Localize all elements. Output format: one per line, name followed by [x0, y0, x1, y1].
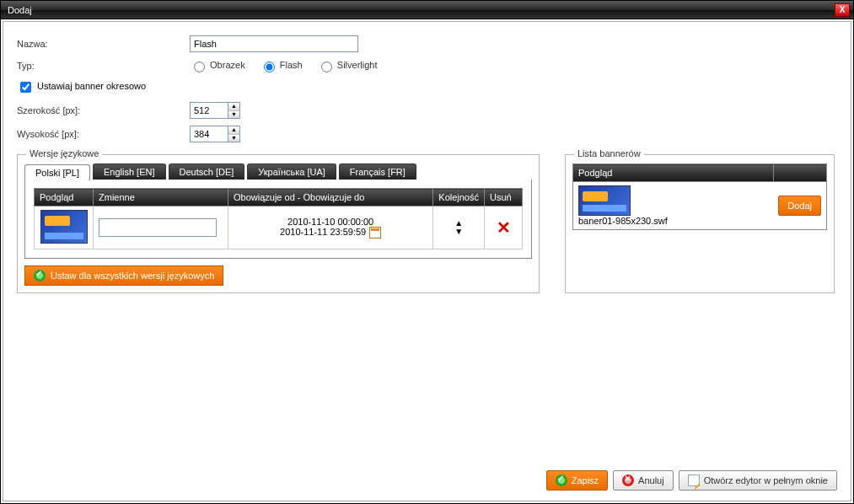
order-down-icon[interactable]: ▼ [438, 228, 479, 236]
tab-de[interactable]: Deutsch [DE] [169, 164, 245, 180]
tab-pl[interactable]: Polski [PL] [24, 164, 90, 180]
banner-list-legend: Lista bannerów [574, 148, 644, 158]
chevron-up-icon[interactable]: ▲ [228, 103, 239, 111]
variables-input[interactable] [99, 218, 217, 237]
lang-tabs: Polski [PL] English [EN] Deutsch [DE] Ук… [24, 164, 532, 180]
tab-fr[interactable]: Français [FR] [339, 164, 416, 180]
banner-thumbnail[interactable] [578, 185, 631, 216]
check-icon [34, 270, 46, 281]
width-input[interactable] [191, 103, 228, 118]
radio-image[interactable]: Obrazek [190, 60, 245, 70]
width-stepper[interactable]: ▲▼ [190, 102, 240, 119]
periodic-checkbox[interactable]: Ustawiaj banner okresowo [17, 79, 146, 95]
add-banner-button[interactable]: Dodaj [778, 196, 821, 216]
lang-versions-legend: Wersje językowe [26, 148, 102, 158]
radio-silverlight[interactable]: Silverlight [317, 60, 378, 70]
banner-thumbnail[interactable] [40, 210, 88, 244]
calendar-icon[interactable] [369, 227, 381, 239]
lang-versions-fieldset: Wersje językowe Polski [PL] English [EN]… [17, 154, 540, 293]
lang-grid: Podgląd Zmienne Obowiązuje od - Obowiązu… [34, 188, 523, 249]
row-height: Wysokość [px]: ▲▼ [17, 126, 837, 142]
delete-icon[interactable]: ✕ [497, 218, 511, 237]
row-width: Szerokość [px]: ▲▼ [17, 102, 837, 119]
col-delete: Usuń [485, 189, 523, 206]
banner-filename: baner01-985x230.swf [578, 216, 768, 226]
edit-icon [688, 475, 700, 486]
row-name: Nazwa: [17, 35, 837, 52]
chevron-up-icon[interactable]: ▲ [228, 126, 239, 135]
col-preview: Podgląd [35, 189, 94, 206]
validity-cell[interactable]: 2010-11-10 00:00:00 2010-11-11 23:59:59 [228, 206, 433, 249]
table-row: 2010-11-10 00:00:00 2010-11-11 23:59:59 … [35, 206, 523, 249]
banner-list-grid: Podgląd baner01-985x230.swf Dodaj [572, 164, 827, 230]
cancel-icon [622, 475, 634, 486]
chevron-down-icon[interactable]: ▼ [228, 135, 239, 142]
open-editor-button[interactable]: Otwórz edytor w pełnym oknie [679, 470, 837, 491]
height-stepper[interactable]: ▲▼ [190, 126, 240, 142]
cancel-button[interactable]: Anuluj [613, 470, 674, 491]
table-row: baner01-985x230.swf Dodaj [573, 182, 827, 230]
width-label: Szerokość [px]: [17, 105, 190, 115]
row-periodic: Ustawiaj banner okresowo [17, 79, 837, 95]
col-validity: Obowiązuje od - Obowiązuje do [228, 189, 433, 206]
col-preview: Podgląd [573, 164, 774, 182]
type-radios: Obrazek Flash Silverlight [190, 59, 389, 72]
titlebar: Dodaj X [1, 1, 853, 19]
lang-tab-panel: Podgląd Zmienne Obowiązuje od - Obowiązu… [24, 180, 532, 259]
tab-en[interactable]: English [EN] [93, 164, 166, 180]
chevron-down-icon[interactable]: ▼ [228, 111, 239, 119]
row-type: Typ: Obrazek Flash Silverlight [17, 59, 837, 72]
footer-buttons: Zapisz Anuluj Otwórz edytor w pełnym okn… [546, 470, 837, 491]
tab-ua[interactable]: Українська [UA] [247, 164, 336, 180]
banner-list-fieldset: Lista bannerów Podgląd baner01-985x230.s… [565, 154, 835, 293]
col-order: Kolejność [433, 189, 485, 206]
save-button[interactable]: Zapisz [546, 470, 608, 491]
window-title: Dodaj [8, 5, 835, 15]
height-label: Wysokość [px]: [17, 129, 190, 139]
radio-flash[interactable]: Flash [260, 60, 303, 70]
check-icon [556, 475, 567, 486]
name-input[interactable] [190, 35, 358, 52]
col-variables: Zmienne [94, 189, 228, 206]
type-label: Typ: [17, 61, 190, 71]
set-all-languages-button[interactable]: Ustaw dla wszystkich wersji językowych [24, 265, 223, 286]
dialog-window: Dodaj X Nazwa: Typ: Obrazek Flash Silver… [0, 0, 854, 504]
height-input[interactable] [191, 126, 228, 142]
name-label: Nazwa: [17, 39, 190, 49]
dialog-body: Nazwa: Typ: Obrazek Flash Silverlight Us… [3, 21, 851, 501]
close-icon[interactable]: X [835, 3, 850, 17]
